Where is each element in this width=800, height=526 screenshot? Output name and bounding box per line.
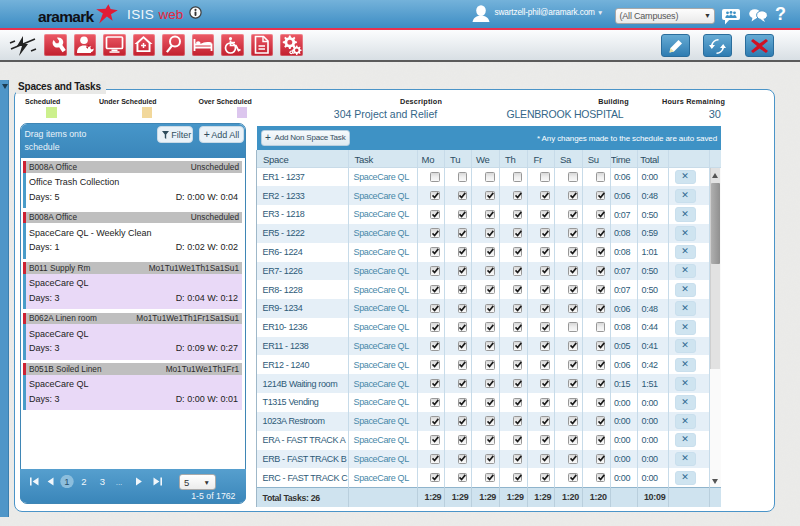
svg-text:2: 2 bbox=[81, 476, 86, 487]
svg-text:3: 3 bbox=[100, 476, 105, 487]
svg-text:...: ... bbox=[116, 477, 123, 486]
svg-text:1: 1 bbox=[64, 476, 69, 487]
